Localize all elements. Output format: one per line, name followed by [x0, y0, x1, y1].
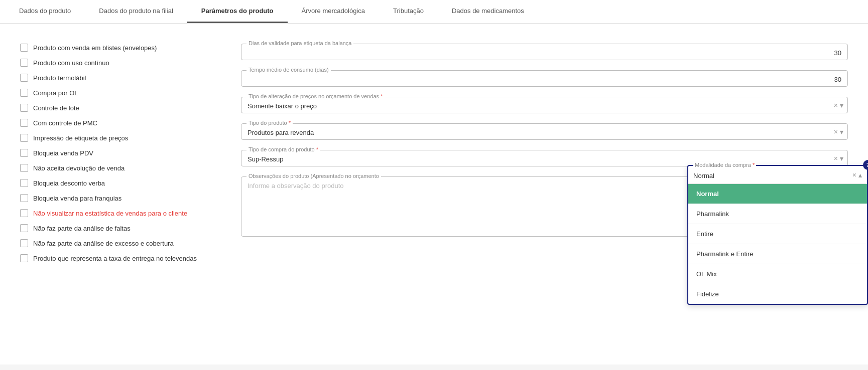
tipo-compra-row: Tipo de compra do produto * Sup-Ressup ×… — [241, 150, 848, 166]
checkbox-nao-analise-faltas[interactable] — [20, 224, 28, 232]
clear-icon[interactable]: × — [834, 101, 838, 109]
checkbox-item-impressao-etiqueta: Impressão de etiqueta de preços — [20, 134, 211, 142]
checkbox-label-venda-blistes: Produto com venda em blistes (envelopes) — [33, 44, 157, 52]
clear-icon[interactable]: × — [852, 171, 856, 179]
dropdown-input-row: Modalidade da compra * Normal × ▴ — [688, 166, 867, 184]
dropdown-option-entire[interactable]: Entire — [688, 224, 867, 244]
tipo-compra-value: Sup-Ressup — [247, 155, 284, 163]
tipo-alteracao-label: Tipo de alteração de preços no orçamento… — [246, 93, 385, 99]
tipo-produto-field[interactable]: Tipo do produto * Produtos para revenda … — [241, 123, 848, 140]
checkbox-label-controle-pmc: Com controle de PMC — [33, 119, 97, 127]
checkbox-item-nao-analise-faltas: Não faz parte da análise de faltas — [20, 224, 211, 232]
tab-medicamentos[interactable]: Dados de medicamentos — [438, 0, 538, 23]
checkbox-bloqueia-desconto[interactable] — [20, 179, 28, 187]
checkbox-item-bloqueia-franquias: Bloqueia venda para franquias — [20, 194, 211, 202]
checkbox-impressao-etiqueta[interactable] — [20, 134, 28, 142]
chevron-up-icon[interactable]: ▴ — [858, 171, 862, 179]
tipo-compra-label: Tipo de compra do produto * — [246, 146, 320, 152]
checkbox-label-uso-continuo: Produto com uso contínuo — [33, 59, 109, 67]
clear-icon[interactable]: × — [834, 128, 838, 136]
tempo-medio-label: Tempo médio de consumo (dias) — [246, 67, 331, 73]
checkbox-nao-aceita-dev[interactable] — [20, 164, 28, 172]
checkbox-item-bloqueia-pdv: Bloqueia venda PDV — [20, 149, 211, 157]
checkbox-label-bloqueia-desconto: Bloqueia desconto verba — [33, 179, 105, 187]
checkbox-item-termolabil: Produto termolábil — [20, 74, 211, 82]
tipo-compra-field[interactable]: Tipo de compra do produto * Sup-Ressup ×… — [241, 150, 848, 166]
checkbox-compra-ol[interactable] — [20, 89, 28, 97]
tempo-medio-value: 30 — [247, 76, 841, 83]
checkbox-item-bloqueia-desconto: Bloqueia desconto verba — [20, 179, 211, 187]
clear-icon[interactable]: × — [834, 154, 838, 162]
tipo-compra-icons: × ▾ — [834, 154, 843, 162]
checkbox-label-nao-aceita-dev: Não aceita devolução de venda — [33, 164, 125, 172]
dropdown-option-pharmalink-e-entire[interactable]: Pharmalink e Entire — [688, 244, 867, 264]
checkbox-bloqueia-franquias[interactable] — [20, 194, 28, 202]
tab-arvore[interactable]: Árvore mercadológica — [288, 0, 379, 23]
checkbox-label-impressao-etiqueta: Impressão de etiqueta de preços — [33, 134, 128, 142]
observacoes-label: Observações do produto (Apresentado no o… — [246, 173, 381, 179]
chevron-down-icon[interactable]: ▾ — [840, 101, 843, 109]
dropdown-options-list: NormalPharmalinkEntirePharmalink e Entir… — [688, 184, 867, 304]
modalidade-dropdown[interactable]: 7 Modalidade da compra * Normal × ▴ Norm… — [687, 165, 868, 305]
tab-tributacao[interactable]: Tributação — [379, 0, 438, 23]
checkbox-label-taxa-entrega: Produto que representa a taxa de entrega… — [33, 255, 197, 262]
dias-validade-label: Dias de validade para etiqueta da balanç… — [246, 40, 353, 46]
checkbox-uso-continuo[interactable] — [20, 59, 28, 67]
checkbox-nao-visualizar[interactable] — [20, 209, 28, 217]
main-content: Produto com venda em blistes (envelopes)… — [0, 24, 868, 364]
tipo-produto-icons: × ▾ — [834, 128, 843, 136]
checkbox-label-controle-lote: Controle de lote — [33, 104, 79, 112]
modalidade-current-value: Normal — [693, 170, 852, 179]
dropdown-option-pharmalink[interactable]: Pharmalink — [688, 204, 867, 224]
checkbox-label-compra-ol: Compra por OL — [33, 89, 78, 97]
checkbox-label-nao-analise-excesso: Não faz parte da análise de excesso e co… — [33, 240, 174, 247]
checkbox-bloqueia-pdv[interactable] — [20, 149, 28, 157]
dias-validade-value: 30 — [247, 49, 841, 57]
dropdown-option-ol-mix[interactable]: OL Mix — [688, 264, 867, 284]
checkbox-nao-analise-excesso[interactable] — [20, 239, 28, 247]
dropdown-input-icons: × ▴ — [852, 171, 862, 179]
checkbox-item-controle-pmc: Com controle de PMC — [20, 119, 211, 127]
tabs-bar: Dados do produtoDados do produto na fili… — [0, 0, 868, 24]
checkbox-item-nao-visualizar: Não visualizar na estatística de vendas … — [20, 209, 211, 217]
tempo-medio-field: Tempo médio de consumo (dias) 30 — [241, 70, 848, 87]
tipo-produto-value: Produtos para revenda — [247, 129, 314, 136]
checkbox-item-nao-analise-excesso: Não faz parte da análise de excesso e co… — [20, 239, 211, 247]
tipo-alteracao-icons: × ▾ — [834, 101, 843, 109]
tab-parametros[interactable]: Parâmetros do produto — [187, 0, 288, 23]
tipo-alteracao-field[interactable]: Tipo de alteração de preços no orçamento… — [241, 97, 848, 113]
dropdown-option-fidelize[interactable]: Fidelize — [688, 284, 867, 304]
dropdown-option-normal[interactable]: Normal — [688, 184, 867, 204]
left-column: Produto com venda em blistes (envelopes)… — [20, 39, 211, 349]
modalidade-label: Modalidade da compra * — [693, 162, 756, 168]
tab-dados-produto[interactable]: Dados do produto — [5, 0, 85, 23]
chevron-down-icon[interactable]: ▾ — [840, 154, 843, 162]
checkbox-item-nao-aceita-dev: Não aceita devolução de venda — [20, 164, 211, 172]
checkbox-label-bloqueia-franquias: Bloqueia venda para franquias — [33, 195, 121, 202]
tipo-alteracao-value: Somente baixar o preço — [247, 102, 317, 110]
checkbox-controle-lote[interactable] — [20, 104, 28, 112]
chevron-down-icon[interactable]: ▾ — [840, 128, 843, 136]
checkbox-item-controle-lote: Controle de lote — [20, 104, 211, 112]
checkbox-termolabil[interactable] — [20, 74, 28, 82]
checkbox-item-taxa-entrega: Produto que representa a taxa de entrega… — [20, 254, 211, 262]
checkbox-controle-pmc[interactable] — [20, 119, 28, 127]
checkbox-taxa-entrega[interactable] — [20, 254, 28, 262]
checkbox-item-venda-blistes: Produto com venda em blistes (envelopes) — [20, 44, 211, 52]
checkbox-label-nao-visualizar: Não visualizar na estatística de vendas … — [33, 210, 187, 217]
checkbox-venda-blistes[interactable] — [20, 44, 28, 52]
checkbox-item-uso-continuo: Produto com uso contínuo — [20, 59, 211, 67]
checkbox-label-nao-analise-faltas: Não faz parte da análise de faltas — [33, 225, 131, 232]
dias-validade-field: Dias de validade para etiqueta da balanç… — [241, 44, 848, 60]
observacoes-placeholder: Informe a observação do produto — [247, 182, 344, 190]
tipo-produto-label: Tipo do produto * — [246, 120, 293, 126]
checkbox-label-termolabil: Produto termolábil — [33, 74, 86, 82]
checkbox-label-bloqueia-pdv: Bloqueia venda PDV — [33, 149, 93, 157]
tab-dados-filial[interactable]: Dados do produto na filial — [85, 0, 187, 23]
checkbox-item-compra-ol: Compra por OL — [20, 89, 211, 97]
